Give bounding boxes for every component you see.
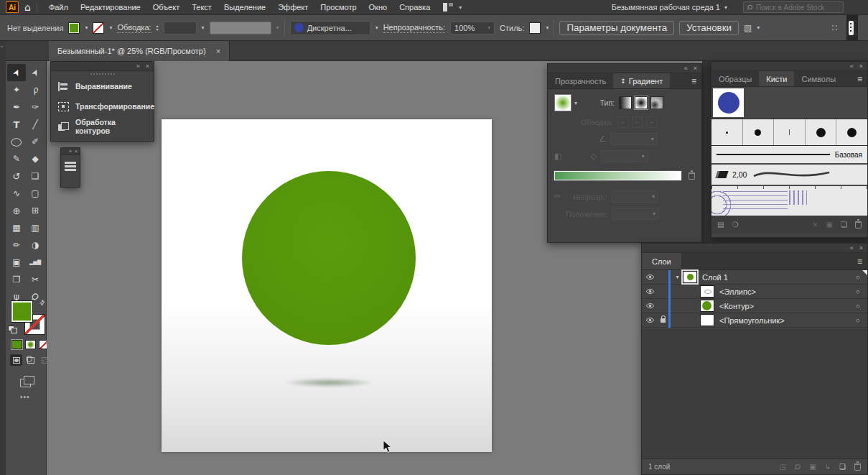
- chevron-down-icon[interactable]: ▾: [546, 24, 549, 31]
- fill-color-swatch[interactable]: [68, 22, 80, 34]
- expand-icon[interactable]: »: [136, 63, 140, 70]
- panel-menu-icon[interactable]: ≡: [686, 73, 701, 88]
- brush-cell-4[interactable]: [836, 119, 867, 145]
- default-fill-stroke-icon[interactable]: [8, 326, 17, 333]
- layer-thumbnail[interactable]: [683, 271, 697, 283]
- artboard[interactable]: [162, 119, 492, 452]
- tool-type[interactable]: T: [7, 116, 26, 133]
- tool-ellipse[interactable]: ◯: [7, 133, 26, 150]
- brush-cell-2[interactable]: [774, 119, 806, 145]
- tab-gradient[interactable]: ↕ Градиент: [613, 73, 670, 88]
- document-setup-button[interactable]: Параметры документа: [559, 21, 674, 35]
- chevron-down-icon[interactable]: ▾: [459, 4, 462, 11]
- brush-cell-3[interactable]: [806, 119, 837, 145]
- tool-blend[interactable]: ◑: [26, 236, 45, 254]
- draw-behind-button[interactable]: [24, 354, 37, 366]
- tool-direct-selection[interactable]: ➤: [26, 64, 45, 81]
- layer-target-circle[interactable]: ○: [849, 288, 867, 295]
- tab-layers[interactable]: Слои: [642, 253, 681, 269]
- layer-thumbnail[interactable]: [700, 300, 714, 312]
- preferences-button[interactable]: Установки: [679, 21, 739, 35]
- chevron-down-icon[interactable]: ▾: [85, 24, 88, 31]
- brush-libraries-icon[interactable]: ▤: [717, 221, 724, 229]
- menu-item-2[interactable]: Объект: [153, 3, 179, 11]
- workspace-layout-icon[interactable]: [443, 3, 453, 11]
- isolate-selection-icon[interactable]: ▧: [744, 23, 752, 33]
- fill-indicator[interactable]: [11, 300, 33, 323]
- lock-toggle[interactable]: [658, 318, 668, 323]
- tab-transparency[interactable]: Прозрачность: [548, 73, 613, 88]
- tool-slice[interactable]: ✂: [26, 271, 45, 288]
- quick-item-0[interactable]: Выравнивание: [51, 76, 154, 96]
- chevron-down-icon[interactable]: ▾: [757, 24, 760, 31]
- tool-width[interactable]: ∿: [7, 185, 26, 202]
- layer-target-circle[interactable]: ○: [849, 317, 867, 324]
- new-layer-icon[interactable]: ❏: [839, 463, 846, 471]
- menu-item-0[interactable]: Файл: [49, 3, 68, 11]
- lock-toggle[interactable]: [658, 290, 668, 294]
- opacity-value[interactable]: 100% ›: [450, 22, 495, 34]
- quick-item-1[interactable]: Трансформирование: [51, 96, 154, 116]
- color-button[interactable]: [11, 340, 22, 349]
- close-icon[interactable]: ×: [694, 65, 697, 72]
- layer-expander[interactable]: ▾: [672, 274, 683, 280]
- gradient-slider[interactable]: [554, 171, 681, 180]
- brush-cell-0[interactable]: [711, 119, 743, 145]
- collapse-icon[interactable]: «: [850, 63, 854, 70]
- tool-rotate[interactable]: ↺: [7, 167, 26, 185]
- menu-item-1[interactable]: Редактирование: [80, 3, 141, 11]
- stroke-color-swatch[interactable]: [93, 22, 104, 34]
- chevron-down-icon[interactable]: ▾: [375, 24, 378, 31]
- edit-toolbar-icon[interactable]: •••: [20, 393, 30, 401]
- library-panel-icon[interactable]: ❍: [732, 221, 738, 229]
- radial-gradient-button[interactable]: [635, 96, 648, 109]
- menu-item-4[interactable]: Выделение: [224, 3, 266, 11]
- menu-item-7[interactable]: Окно: [369, 3, 388, 11]
- tool-scale[interactable]: ❏: [26, 167, 45, 185]
- new-brush-icon[interactable]: ❏: [841, 221, 847, 229]
- visibility-toggle[interactable]: [642, 274, 658, 280]
- opacity-label[interactable]: Непрозрачность:: [383, 23, 445, 33]
- tool-eyedropper[interactable]: ✏: [7, 236, 26, 254]
- layer-row[interactable]: <Эллипс> ○: [642, 285, 867, 299]
- delete-brush-icon[interactable]: [855, 221, 862, 229]
- expand-icon[interactable]: »: [69, 149, 72, 154]
- workspace-switcher[interactable]: Безымянная рабочая среда 1 ▾: [612, 3, 727, 11]
- close-icon[interactable]: ×: [859, 244, 863, 252]
- pattern-brush-row[interactable]: [711, 186, 867, 216]
- close-icon[interactable]: ×: [146, 63, 149, 70]
- tool-line-segment[interactable]: ╱: [26, 116, 45, 133]
- app-logo-icon[interactable]: Ai: [6, 1, 19, 13]
- tool-pen[interactable]: ✒: [7, 98, 26, 116]
- tool-free-transform[interactable]: ▢: [26, 185, 45, 202]
- home-icon[interactable]: ⌂: [24, 2, 31, 12]
- close-icon[interactable]: ×: [859, 63, 863, 70]
- calligraphic-brush-row[interactable]: 2,00: [711, 165, 867, 186]
- quick-item-2[interactable]: Обработка контуров: [51, 116, 154, 137]
- tool-shaper[interactable]: ✎: [7, 150, 26, 167]
- visibility-toggle[interactable]: [642, 317, 658, 323]
- tab-swatches[interactable]: Образцы: [711, 71, 759, 86]
- tool-curvature[interactable]: ✑: [26, 98, 45, 116]
- delete-layer-icon[interactable]: [854, 464, 861, 471]
- layer-row[interactable]: <Прямоугольник> ○: [642, 313, 867, 328]
- layer-name[interactable]: <Контур>: [719, 302, 849, 310]
- collapse-icon[interactable]: «: [684, 65, 688, 72]
- tool-magic-wand[interactable]: ✦: [7, 81, 26, 98]
- draw-normal-button[interactable]: [10, 354, 22, 366]
- panel-menu-icon[interactable]: ≡: [852, 253, 867, 269]
- tool-paintbrush[interactable]: ✐: [26, 133, 45, 150]
- tool-artboard[interactable]: ❐: [7, 271, 26, 288]
- layer-row[interactable]: ▾ Слой 1 ○: [642, 270, 867, 285]
- tool-shape-builder[interactable]: ⊕: [7, 202, 26, 219]
- layer-thumbnail[interactable]: [700, 285, 714, 298]
- linear-gradient-button[interactable]: [619, 96, 632, 109]
- gradient-button[interactable]: [25, 340, 36, 349]
- tool-symbol-sprayer[interactable]: ▣: [7, 254, 26, 271]
- screen-mode-icon[interactable]: [20, 376, 34, 387]
- gradient-swatch-thumbnail[interactable]: [554, 94, 571, 111]
- menu-item-5[interactable]: Эффект: [278, 3, 308, 11]
- shadow-ellipse-object[interactable]: [285, 378, 373, 387]
- freeform-gradient-button[interactable]: [650, 96, 663, 109]
- chevron-right-icon[interactable]: ›: [488, 24, 490, 31]
